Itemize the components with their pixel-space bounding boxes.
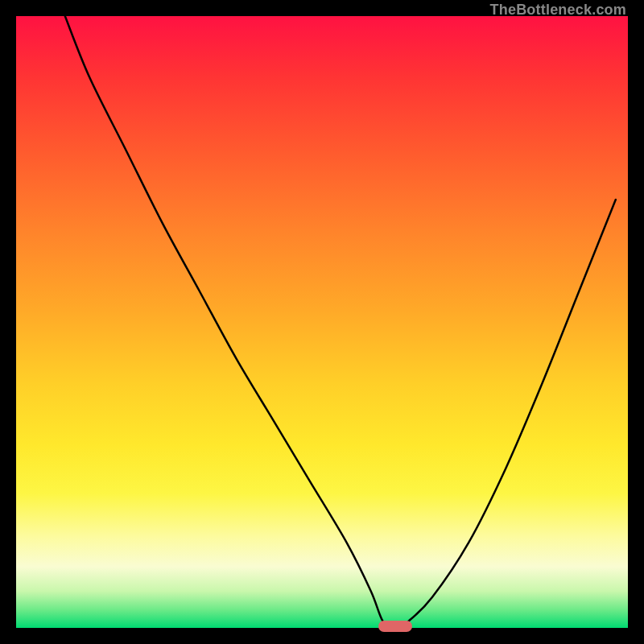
bottleneck-chart: TheBottleneck.com <box>0 0 644 644</box>
curve-svg <box>16 16 628 628</box>
bottleneck-curve-line <box>65 16 616 628</box>
plot-area <box>16 16 628 628</box>
optimal-marker <box>378 621 412 632</box>
